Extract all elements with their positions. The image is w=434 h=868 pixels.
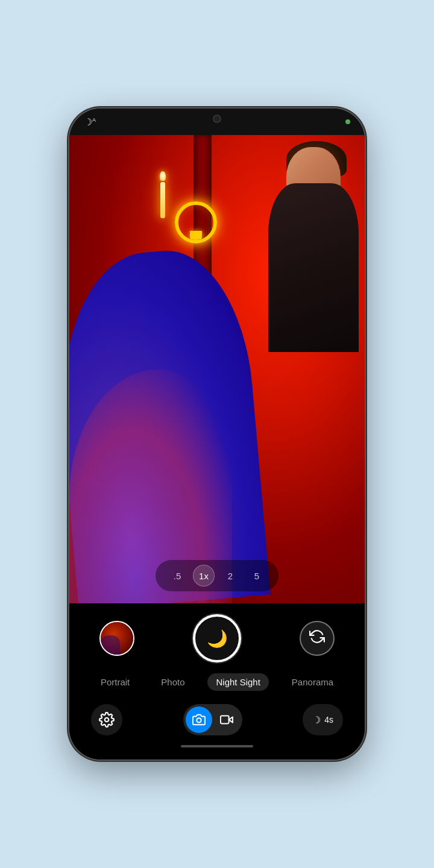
status-left: ☽A <box>84 116 96 128</box>
controls-area: 🌙 Portrait Photo Night Sight <box>69 603 365 760</box>
zoom-05-button[interactable]: .5 <box>166 565 188 587</box>
phone-inner: ☽A <box>69 108 365 760</box>
settings-button[interactable] <box>91 704 122 735</box>
shutter-row: 🌙 <box>69 614 365 662</box>
mode-night-sight[interactable]: Night Sight <box>207 673 268 691</box>
flip-icon <box>309 629 325 648</box>
night-timer-moon-icon: ☽ <box>312 714 321 726</box>
front-camera <box>213 115 221 123</box>
zoom-controls: .5 1x 2 5 <box>156 560 278 591</box>
person-silhouette <box>238 147 359 352</box>
person-body <box>268 183 359 352</box>
gallery-thumbnail[interactable] <box>99 621 134 656</box>
night-timer-button[interactable]: ☽ 4s <box>303 704 343 735</box>
bottom-toolbar: ☽ 4s <box>69 702 365 740</box>
svg-point-0 <box>105 718 109 722</box>
zoom-5x-button[interactable]: 5 <box>246 565 268 587</box>
status-bar: ☽A <box>69 108 365 135</box>
camera-viewfinder[interactable]: .5 1x 2 5 <box>69 135 365 603</box>
thumbnail-image <box>101 622 133 655</box>
neon-candle <box>160 182 165 218</box>
status-right <box>345 119 350 124</box>
camera-video-toggle <box>183 704 242 735</box>
gear-icon <box>99 712 115 728</box>
night-timer-label: 4s <box>324 715 333 725</box>
neon-flame <box>160 171 166 181</box>
shutter-moon-icon: 🌙 <box>207 629 228 649</box>
video-icon <box>220 713 233 726</box>
camera-icon <box>192 713 206 726</box>
flip-camera-button[interactable] <box>300 621 335 656</box>
video-toggle-button[interactable] <box>213 706 240 733</box>
home-indicator <box>181 745 253 747</box>
svg-point-1 <box>197 718 201 722</box>
mode-selector: Portrait Photo Night Sight Panorama <box>69 673 365 691</box>
camera-toggle-button[interactable] <box>186 706 212 733</box>
scene-background <box>69 135 365 603</box>
mode-photo[interactable]: Photo <box>153 673 193 691</box>
neon-candle-light <box>160 171 166 218</box>
zoom-2x-button[interactable]: 2 <box>219 565 241 587</box>
night-auto-icon: ☽A <box>84 116 96 128</box>
shutter-button[interactable]: 🌙 <box>193 614 241 662</box>
green-dot <box>345 119 350 124</box>
svg-rect-3 <box>221 716 229 724</box>
neon-ornament <box>175 201 217 244</box>
mode-portrait[interactable]: Portrait <box>92 673 138 691</box>
mode-panorama[interactable]: Panorama <box>283 673 342 691</box>
zoom-1x-button[interactable]: 1x <box>193 565 215 587</box>
phone-frame: ☽A <box>69 108 365 760</box>
